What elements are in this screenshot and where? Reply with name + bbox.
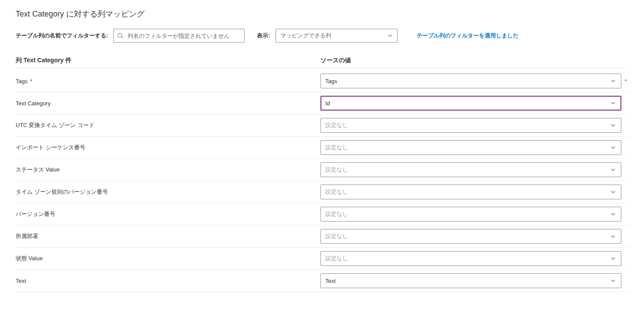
mapping-row-value-cell: 設定なし	[320, 229, 628, 244]
mapping-row-label: Text	[16, 276, 320, 286]
chevron-down-icon	[610, 100, 617, 107]
chevron-down-icon	[387, 32, 394, 39]
mapping-row: バージョン番号設定なし	[16, 203, 628, 225]
column-name-filter-input[interactable]	[127, 29, 244, 42]
svg-line-1	[121, 37, 123, 39]
source-value-select[interactable]: 設定なし	[320, 251, 621, 266]
column-mapping-page: Text Category に対する列マッピング テーブル列の名前でフィルターす…	[0, 0, 644, 308]
mapping-headers: 列 Text Category 件 ソースの値	[16, 53, 628, 68]
mapping-row: ステータス Value設定なし	[16, 159, 628, 181]
mapping-row: 所属部署設定なし	[16, 225, 628, 248]
mapping-row: Tags *Tags*	[16, 70, 628, 92]
source-value-select[interactable]: 設定なし	[320, 229, 621, 244]
chevron-down-icon	[610, 255, 617, 262]
mapping-row: UTC 変換タイム ゾーン コード設定なし	[16, 114, 628, 137]
chevron-down-icon	[610, 233, 617, 240]
source-value-select[interactable]: 設定なし	[320, 140, 621, 155]
chevron-down-icon	[610, 211, 617, 218]
source-value-select[interactable]: 設定なし	[320, 118, 621, 133]
mapping-row-label: UTC 変換タイム ゾーン コード	[16, 120, 320, 131]
mapping-row-value-cell: 設定なし	[320, 185, 628, 199]
mapping-row-value-cell: 設定なし	[320, 251, 628, 266]
source-value-select[interactable]: 設定なし	[320, 185, 621, 199]
mapping-row: タイム ゾーン規則のバージョン番号設定なし	[16, 181, 628, 203]
source-value-select-text: 設定なし	[325, 144, 348, 151]
source-value-select-text: 設定なし	[325, 166, 348, 174]
mapping-row-value-cell: 設定なし	[320, 162, 628, 177]
source-value-select-text: 設定なし	[325, 255, 348, 262]
filter-label: テーブル列の名前でフィルターする:	[16, 32, 108, 40]
mapping-row-value-cell: 設定なし	[320, 140, 628, 155]
mapping-row-value-cell: Text	[320, 273, 628, 288]
mapping-row-label: ステータス Value	[16, 164, 320, 175]
show-mode-select[interactable]: マッピングできる列	[276, 29, 398, 43]
mapping-row-value-cell: 設定なし	[320, 118, 628, 133]
required-star-outer: *	[623, 78, 628, 84]
source-value-select[interactable]: Id	[320, 96, 621, 111]
mapping-row-label: インポート シーケンス番号	[16, 142, 320, 153]
page-title: Text Category に対する列マッピング	[16, 9, 628, 19]
mapping-row: 状態 Value設定なし	[16, 248, 628, 270]
filter-row: テーブル列の名前でフィルターする: 表示: マッピングできる列 テーブル列のフィ…	[16, 29, 628, 43]
svg-point-0	[118, 34, 122, 37]
show-label: 表示:	[257, 32, 270, 40]
source-value-select-text: 設定なし	[325, 232, 348, 240]
column-name-filter-input-wrap[interactable]	[113, 29, 245, 43]
chevron-down-icon	[610, 77, 617, 84]
mapping-row-value-cell: Id	[320, 96, 628, 111]
chevron-down-icon	[610, 277, 617, 284]
mapping-row-label: バージョン番号	[16, 208, 320, 220]
mapping-row: TextText	[16, 270, 628, 292]
mapping-row: インポート シーケンス番号設定なし	[16, 137, 628, 159]
source-value-select-text: 設定なし	[325, 121, 348, 129]
required-star: *	[28, 78, 32, 84]
mapping-row-value-cell: 設定なし	[320, 207, 628, 222]
source-value-select-text: 設定なし	[325, 188, 348, 196]
source-value-select-text: Tags	[325, 78, 337, 84]
chevron-down-icon	[610, 188, 617, 195]
source-value-select-text: 設定なし	[325, 210, 348, 218]
mapping-row-label: タイム ゾーン規則のバージョン番号	[16, 186, 320, 198]
show-mode-select-value: マッピングできる列	[280, 32, 331, 40]
chevron-down-icon	[610, 122, 617, 129]
mapping-rows: Tags *Tags*Text CategoryIdUTC 変換タイム ゾーン …	[16, 70, 628, 292]
filter-applied-note: テーブル列のフィルターを適用しました	[417, 32, 519, 40]
header-source: ソースの値	[320, 57, 628, 64]
source-value-select[interactable]: Text	[320, 273, 621, 288]
mapping-row-label: 所属部署	[16, 231, 320, 242]
mapping-row-value-cell: Tags*	[320, 74, 628, 88]
chevron-down-icon	[610, 166, 617, 173]
source-value-select-text: Text	[325, 278, 336, 284]
header-column: 列 Text Category 件	[16, 57, 320, 64]
chevron-down-icon	[610, 144, 617, 151]
source-value-select[interactable]: Tags	[320, 74, 621, 88]
mapping-row-label: Text Category	[16, 98, 320, 108]
search-icon	[114, 33, 127, 39]
source-value-select[interactable]: 設定なし	[320, 207, 621, 222]
mapping-row: Text CategoryId	[16, 92, 628, 114]
source-value-select-text: Id	[325, 100, 330, 107]
source-value-select[interactable]: 設定なし	[320, 162, 621, 177]
mapping-row-label: 状態 Value	[16, 253, 320, 264]
mapping-row-label: Tags *	[16, 76, 320, 86]
